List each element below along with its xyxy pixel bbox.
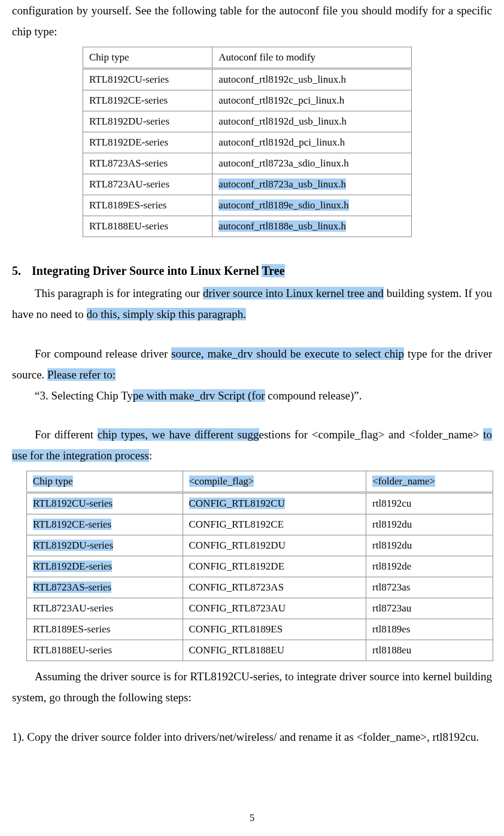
section-5-p2: For compound release driver source, make…	[12, 343, 492, 385]
table-row: RTL8723AU-seriesCONFIG_RTL8723AUrtl8723a…	[27, 598, 493, 619]
intro-paragraph: configuration by yourself. See the follo…	[12, 0, 492, 42]
section-5-heading: 5.Integrating Driver Source into Linux K…	[12, 264, 492, 278]
table-row: RTL8188EU-seriesautoconf_rtl8188e_usb_li…	[83, 216, 412, 237]
table-header-row: Chip type <compile_flag> <folder_name>	[27, 471, 493, 493]
page-number: 5	[0, 812, 504, 824]
col-chip-type: Chip type	[83, 47, 212, 69]
section-5-p3: For different chip types, we have differ…	[12, 424, 492, 466]
col-chip-type: Chip type	[27, 471, 183, 493]
col-autoconf-file: Autoconf file to modify	[212, 47, 412, 69]
table-row: RTL8192CE-seriesCONFIG_RTL8192CErtl8192d…	[27, 514, 493, 535]
table-row: RTL8192DE-seriesautoconf_rtl8192d_pci_li…	[83, 132, 412, 153]
section-5-p2b: “3. Selecting Chip Type with make_drv Sc…	[12, 385, 492, 406]
table-row: RTL8192DE-seriesCONFIG_RTL8192DErtl8192d…	[27, 556, 493, 577]
table-row: RTL8723AU-seriesautoconf_rtl8723a_usb_li…	[83, 174, 412, 195]
table-row: RTL8189ES-seriesautoconf_rtl8189e_sdio_l…	[83, 195, 412, 216]
col-folder-name: <folder_name>	[366, 471, 493, 493]
table-row: RTL8192DU-seriesautoconf_rtl8192d_usb_li…	[83, 111, 412, 132]
autoconf-table: Chip type Autoconf file to modify RTL819…	[83, 47, 412, 237]
col-compile-flag: <compile_flag>	[183, 471, 366, 493]
step-1: 1). Copy the driver source folder into d…	[12, 726, 492, 747]
table-row: RTL8189ES-seriesCONFIG_RTL8189ESrtl8189e…	[27, 619, 493, 640]
table-row: RTL8192CU-seriesautoconf_rtl8192c_usb_li…	[83, 69, 412, 90]
table-row: RTL8192DU-seriesCONFIG_RTL8192DUrtl8192d…	[27, 535, 493, 556]
table-row: RTL8723AS-seriesCONFIG_RTL8723ASrtl8723a…	[27, 577, 493, 598]
after-table-p1: Assuming the driver source is for RTL819…	[12, 666, 492, 708]
section-number: 5.	[12, 264, 21, 278]
table-header-row: Chip type Autoconf file to modify	[83, 47, 412, 69]
flags-table: Chip type <compile_flag> <folder_name> R…	[26, 471, 493, 661]
table-row: RTL8192CE-seriesautoconf_rtl8192c_pci_li…	[83, 90, 412, 111]
table-row: RTL8188EU-seriesCONFIG_RTL8188EUrtl8188e…	[27, 640, 493, 661]
table-row: RTL8192CU-seriesCONFIG_RTL8192CUrtl8192c…	[27, 493, 493, 514]
section-title: Integrating Driver Source into Linux Ker…	[32, 264, 285, 277]
section-5-p1: This paragraph is for integrating our dr…	[12, 283, 492, 325]
page: configuration by yourself. See the follo…	[0, 0, 504, 836]
table-row: RTL8723AS-seriesautoconf_rtl8723a_sdio_l…	[83, 153, 412, 174]
